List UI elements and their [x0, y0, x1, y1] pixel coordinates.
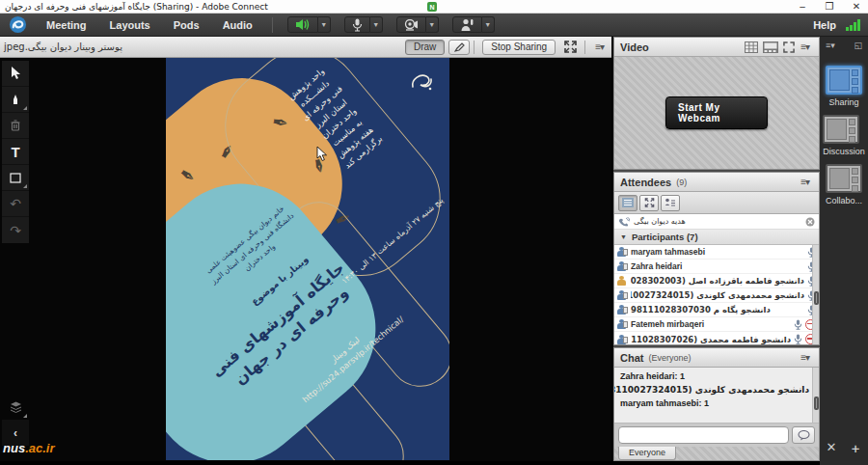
menu-pods[interactable]: Pods	[162, 14, 211, 37]
layout-collaboration-thumbnail[interactable]	[826, 164, 862, 193]
participant-avatar-icon	[617, 247, 628, 257]
microphone-dropdown[interactable]: ▼	[370, 16, 383, 33]
menu-audio[interactable]: Audio	[211, 14, 264, 37]
collapse-triangle-icon: ▼	[620, 233, 627, 240]
delete-tool-button[interactable]	[2, 113, 29, 139]
participant-row[interactable]: Zahra heidari	[614, 260, 819, 274]
layouts-pin-icon[interactable]: ◱	[854, 41, 862, 50]
attendees-pod-menu-button[interactable]: ≡▾	[797, 177, 813, 187]
participant-name: maryam tahmasebi	[631, 247, 804, 257]
menu-layouts[interactable]: Layouts	[98, 14, 162, 37]
microphone-icon	[352, 18, 363, 32]
participant-row[interactable]: maryam tahmasebi	[614, 245, 819, 260]
video-fullscreen-button[interactable]	[783, 41, 795, 53]
send-message-button[interactable]	[792, 426, 815, 444]
breakout-view-button[interactable]	[639, 195, 659, 211]
microphone-status-icon[interactable]	[794, 319, 802, 330]
raise-hand-dropdown[interactable]: ▼	[482, 16, 495, 33]
add-layout-icon[interactable]: ＋	[849, 440, 861, 457]
webcam-button[interactable]	[396, 16, 426, 33]
whiteboard-toolbar: T ↶ ↷	[2, 61, 29, 243]
participant-avatar-icon	[617, 319, 628, 329]
microphone-button[interactable]	[344, 16, 370, 33]
shape-tool-button[interactable]	[2, 165, 29, 191]
minimize-button[interactable]: –	[797, 1, 808, 13]
chat-input-row	[614, 424, 819, 447]
disconnect-phone-icon[interactable]	[805, 217, 815, 227]
marker-icon	[11, 94, 20, 106]
chat-scrollbar[interactable]	[812, 368, 819, 423]
connection-signal-icon[interactable]	[846, 19, 860, 31]
attendees-pod-header: Attendees (9) ≡▾	[614, 173, 819, 192]
redo-button[interactable]: ↷	[2, 217, 29, 243]
layout-discussion-thumbnail[interactable]	[823, 115, 859, 144]
pencil-icon	[454, 41, 465, 52]
layouts-menu-icon[interactable]: ≡▾	[826, 41, 835, 50]
participant-avatar-icon	[617, 261, 628, 271]
attendees-scrollbar[interactable]	[812, 245, 819, 344]
undo-button[interactable]: ↶	[2, 191, 29, 217]
attendees-toolbar	[614, 192, 819, 214]
raise-hand-icon	[460, 18, 475, 31]
layout-sharing[interactable]: Sharing	[826, 58, 862, 107]
participant-row[interactable]: دانشجو محمدمهدی کلوندی (98110027324015)	[614, 288, 819, 303]
webcam-dropdown[interactable]: ▼	[426, 16, 439, 33]
text-tool-button[interactable]: T	[2, 139, 29, 165]
menu-meeting[interactable]: Meeting	[35, 14, 98, 37]
close-layouts-icon[interactable]: ✕	[827, 440, 837, 457]
video-filmstrip-view-button[interactable]	[763, 41, 778, 53]
layout-sharing-thumbnail[interactable]	[826, 66, 862, 95]
speaker-button[interactable]	[287, 16, 318, 33]
share-fullscreen-button[interactable]	[559, 40, 581, 55]
stop-sharing-button[interactable]: Stop Sharing	[482, 40, 556, 55]
video-pod: Video	[613, 37, 820, 170]
chat-messages: Zahra heidari: 1 دانشجو محمدمهدی کلوندی …	[614, 368, 819, 424]
status-view-icon	[665, 198, 676, 207]
video-grid-view-button[interactable]	[745, 41, 758, 53]
selection-tool-button[interactable]	[2, 61, 29, 87]
app-icon: N	[427, 2, 437, 12]
pointer-tool-button[interactable]	[448, 40, 470, 55]
participant-row[interactable]: Fatemeh mirbaqeri	[614, 317, 819, 332]
microphone-status-icon[interactable]	[794, 334, 802, 344]
layers-tool-button[interactable]	[2, 395, 29, 421]
status-view-button[interactable]	[661, 195, 680, 211]
participants-list: maryam tahmasebi Zahra heidari دانشجو فا…	[614, 245, 819, 344]
speaker-dropdown[interactable]: ▼	[318, 16, 331, 33]
video-pod-header: Video	[614, 38, 819, 57]
participant-name: دانشجو پگاه م 98111028307030	[631, 305, 804, 315]
participant-row[interactable]: دانشجو فاطمه باقرزاده اصل (9911102830200…	[614, 274, 819, 288]
participant-avatar-icon	[617, 276, 628, 286]
layout-sharing-label: Sharing	[826, 97, 862, 107]
participant-avatar-icon	[617, 305, 628, 315]
participants-section-header[interactable]: ▼ Participants (7)	[614, 230, 819, 245]
chat-input[interactable]	[618, 426, 789, 444]
share-pod-menu-button[interactable]: ≡▾	[591, 41, 608, 52]
chat-tabs: Everyone	[614, 447, 819, 460]
layout-discussion[interactable]: Discussion	[823, 107, 865, 156]
speaker-icon	[295, 18, 311, 31]
marker-tool-button[interactable]	[2, 87, 29, 113]
attendee-list-view-button[interactable]	[618, 195, 637, 211]
chat-pod-menu-button[interactable]: ≡▾	[797, 352, 813, 363]
help-menu[interactable]: Help	[813, 19, 836, 31]
start-webcam-button[interactable]: Start My Webcam	[665, 96, 768, 129]
participant-row[interactable]: دانشجو فاطمه محمدی (98111028307026)	[614, 332, 819, 344]
mouse-cursor	[316, 147, 328, 162]
main-area: پوستر وبینار دیوان بیگی.jpeg Draw Stop S…	[0, 37, 868, 465]
layers-icon	[10, 401, 22, 413]
raise-hand-button[interactable]	[452, 16, 482, 33]
chat-pod-title: Chat	[620, 352, 643, 364]
chat-pod: Chat (Everyone) ≡▾ Zahra heidari: 1 دانش…	[613, 347, 820, 461]
menu-bar: Meeting Layouts Pods Audio ▼ ▼	[0, 14, 868, 37]
video-pod-menu-button[interactable]: ≡▾	[797, 41, 813, 52]
participant-avatar-icon	[617, 335, 628, 344]
maximize-button[interactable]: ❐	[824, 1, 835, 13]
participant-row[interactable]: دانشجو پگاه م 98111028307030	[614, 303, 819, 317]
phone-attendee-name: هدیه دیوان بیگی	[634, 217, 805, 226]
phone-attendee-row[interactable]: هدیه دیوان بیگی	[614, 214, 819, 230]
layout-collaboration[interactable]: Collabo...	[826, 156, 862, 205]
draw-button[interactable]: Draw	[405, 40, 445, 55]
chat-tab-everyone[interactable]: Everyone	[618, 447, 676, 460]
close-button[interactable]: ✕	[851, 1, 862, 13]
